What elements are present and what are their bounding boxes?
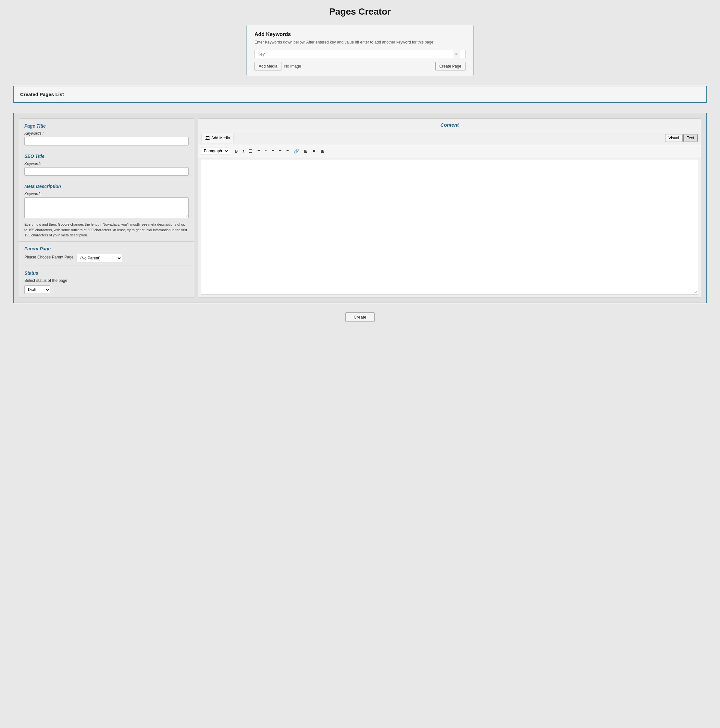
keyword-value-input[interactable] (460, 50, 466, 58)
seo-title-keywords-label: Keywords : (24, 161, 189, 166)
editor-toolbar: Paragraph B I ☰ ≡ " ≡ ≡ ≡ 🔗 ⊞ ✕ ⊞ (198, 145, 701, 157)
meta-description-keywords-label: Keywords : (24, 191, 189, 196)
parent-page-row: Please Choose Parent Page (No Parent) (24, 254, 189, 262)
table-button[interactable]: ⊞ (302, 148, 309, 154)
add-media-content-label: Add Media (211, 136, 230, 140)
keyword-input-row: = (254, 50, 466, 58)
page-title: Pages Creator (13, 6, 707, 17)
parent-page-select[interactable]: (No Parent) (76, 254, 122, 262)
italic-button[interactable]: I (240, 148, 246, 154)
add-media-button-keywords[interactable]: Add Media (254, 62, 281, 70)
add-media-icon: 🖼 (205, 135, 210, 141)
status-label: Select status of the page (24, 278, 189, 283)
editor-outer: Page Title Keywords : SEO Title Keywords… (13, 113, 707, 303)
page-title-keywords-label: Keywords : (24, 131, 189, 136)
no-image-label: No Image (284, 64, 301, 69)
keyword-eq-symbol: = (455, 52, 458, 57)
add-media-button-content[interactable]: 🖼 Add Media (202, 134, 233, 142)
content-header: Content (198, 119, 701, 131)
link-button[interactable]: 🔗 (292, 148, 301, 154)
unordered-list-button[interactable]: ☰ (247, 148, 254, 154)
remove-format-button[interactable]: ✕ (310, 148, 318, 154)
status-section: Status Select status of the page Draft (19, 266, 194, 297)
text-tab[interactable]: Text (683, 134, 698, 142)
created-pages-section: Created Pages List (13, 86, 707, 103)
seo-title-section: SEO Title Keywords : (19, 149, 194, 179)
visual-tab[interactable]: Visual (665, 134, 683, 142)
bold-button[interactable]: B (233, 148, 240, 154)
content-editable-area[interactable]: ⊿ (201, 160, 698, 295)
parent-page-label: Please Choose Parent Page (24, 255, 73, 260)
add-keywords-card: Add Keywords Enter Keywords down bellow.… (246, 24, 474, 76)
resize-handle: ⊿ (695, 290, 697, 294)
left-panel: Page Title Keywords : SEO Title Keywords… (19, 119, 194, 297)
status-select[interactable]: Draft (24, 285, 50, 294)
paragraph-select[interactable]: Paragraph (201, 147, 229, 155)
add-keywords-description: Enter Keywords down bellow. After entere… (254, 40, 466, 44)
seo-title-heading: SEO Title (24, 154, 189, 159)
align-center-button[interactable]: ≡ (277, 148, 283, 154)
meta-description-section: Meta Description Keywords : Every now an… (19, 179, 194, 242)
view-tabs: Visual Text (665, 134, 698, 142)
status-heading: Status (24, 271, 189, 276)
parent-page-section: Parent Page Please Choose Parent Page (N… (19, 242, 194, 266)
create-button[interactable]: Create (345, 312, 374, 322)
right-panel: Content 🖼 Add Media Visual Text Paragrap… (198, 119, 701, 297)
meta-description-hint: Every now and then, Google changes the l… (24, 222, 189, 238)
card-footer-left: Add Media No Image (254, 62, 301, 70)
keyword-key-input[interactable] (254, 50, 453, 58)
ordered-list-button[interactable]: ≡ (255, 148, 262, 154)
created-pages-title: Created Pages List (20, 92, 700, 97)
parent-page-heading: Parent Page (24, 246, 189, 251)
editor-inner: Page Title Keywords : SEO Title Keywords… (19, 119, 701, 297)
blockquote-button[interactable]: " (263, 148, 269, 154)
create-row: Create (13, 311, 707, 322)
special-char-button[interactable]: ⊞ (319, 148, 326, 154)
align-left-button[interactable]: ≡ (270, 148, 276, 154)
page-title-input[interactable] (24, 137, 189, 145)
seo-title-input[interactable] (24, 167, 189, 176)
create-page-button[interactable]: Create Page (435, 62, 466, 70)
content-toolbar-top: 🖼 Add Media Visual Text (198, 131, 701, 145)
page-title-heading: Page Title (24, 123, 189, 128)
card-footer: Add Media No Image Create Page (254, 62, 466, 70)
content-title: Content (440, 122, 459, 128)
add-keywords-title: Add Keywords (254, 32, 466, 37)
align-right-button[interactable]: ≡ (284, 148, 291, 154)
meta-description-heading: Meta Description (24, 184, 189, 189)
page-title-section: Page Title Keywords : (19, 119, 194, 149)
meta-description-textarea[interactable] (24, 197, 189, 218)
